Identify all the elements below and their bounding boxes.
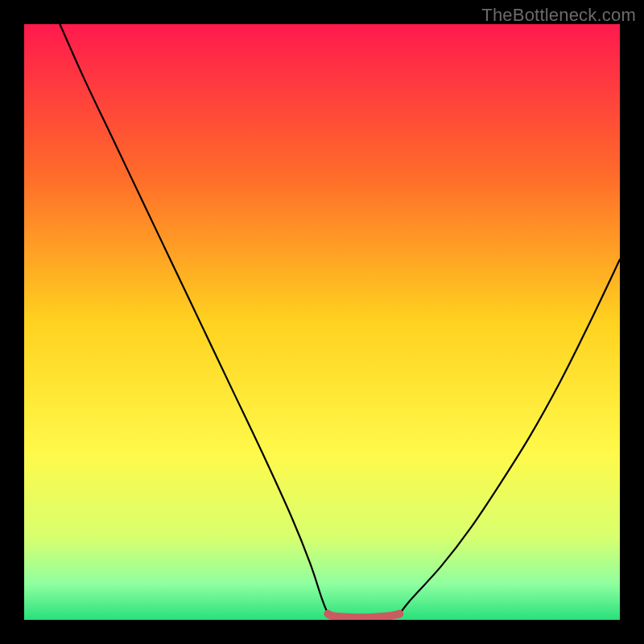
- base-marker: [328, 614, 399, 618]
- plot-area: [24, 24, 620, 620]
- gradient-background: [24, 24, 620, 620]
- watermark-text: TheBottleneck.com: [481, 5, 636, 26]
- chart-frame: TheBottleneck.com: [0, 0, 644, 644]
- chart-svg: [24, 24, 620, 620]
